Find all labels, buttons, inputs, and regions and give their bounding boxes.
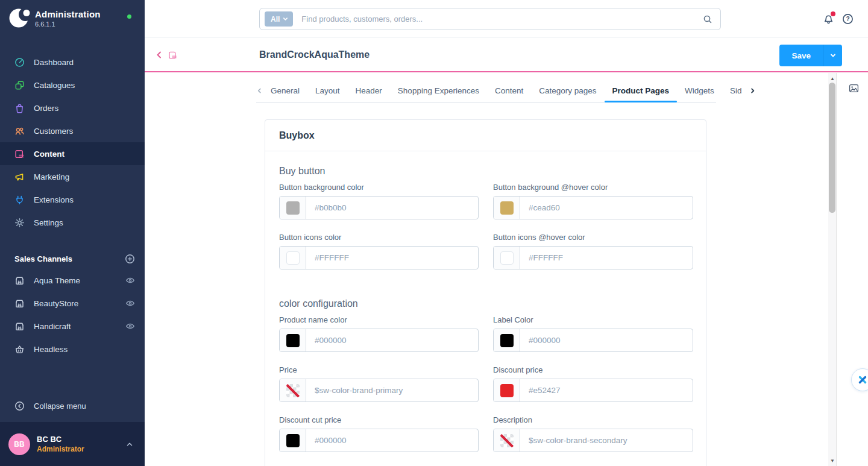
- settings-icon: [14, 218, 25, 228]
- sidebar-channel-handicraft[interactable]: Handicraft: [0, 315, 145, 338]
- save-options-button[interactable]: [823, 45, 842, 66]
- collapse-menu-button[interactable]: Collapse menu: [0, 394, 145, 417]
- eye-icon[interactable]: [125, 298, 135, 308]
- chevron-left-icon: [154, 50, 164, 60]
- color-swatch-button[interactable]: [494, 429, 520, 452]
- svg-text:?: ?: [846, 16, 849, 22]
- color-swatch-button[interactable]: [494, 379, 520, 401]
- chevron-right-icon: [749, 87, 756, 94]
- tab-general[interactable]: General: [263, 79, 307, 102]
- color-input-product-name-color[interactable]: #000000: [279, 329, 479, 352]
- sidebar: Administration 6.6.1.1 DashboardCatalogu…: [0, 0, 145, 466]
- color-input-button-icons-hover-color[interactable]: #FFFFFF: [493, 246, 693, 269]
- chevron-up-icon: [125, 440, 134, 449]
- sidebar-item-customers[interactable]: Customers: [0, 119, 145, 142]
- search-scope-dropdown[interactable]: All: [265, 11, 293, 27]
- color-swatch-button[interactable]: [494, 329, 520, 351]
- sidebar-item-label: Extensions: [34, 195, 74, 204]
- color-swatch-button[interactable]: [280, 379, 306, 401]
- color-swatch-button[interactable]: [280, 197, 306, 219]
- sidebar-item-catalogues[interactable]: Catalogues: [0, 74, 145, 96]
- back-button[interactable]: [154, 50, 164, 60]
- tab-product-pages[interactable]: Product Pages: [605, 79, 678, 102]
- field-discount-price: Discount price#e52427: [493, 365, 693, 402]
- tab-shopping-experiences[interactable]: Shopping Experiences: [390, 79, 487, 102]
- sidebar-item-marketing[interactable]: Marketing: [0, 165, 145, 188]
- sidebar-item-extensions[interactable]: Extensions: [0, 188, 145, 211]
- card-title: Buybox: [265, 120, 706, 151]
- sidebar-channel-beautystore[interactable]: BeautyStore: [0, 292, 145, 315]
- search-scope-label: All: [271, 15, 280, 24]
- chevron-left-icon: [256, 87, 263, 94]
- color-input-button-background-color[interactable]: #b0b0b0: [279, 196, 479, 219]
- field-label-color: Label Color#000000: [493, 315, 693, 352]
- page-title: BrandCrockAquaTheme: [259, 49, 370, 60]
- status-dot: [127, 14, 131, 19]
- color-input-description[interactable]: $sw-color-brand-secondary: [493, 429, 693, 452]
- scroll-down-arrow[interactable]: ▼: [828, 456, 837, 465]
- save-split-button: Save: [779, 45, 842, 66]
- tab-category-pages[interactable]: Category pages: [531, 79, 604, 102]
- assistant-x-icon: [857, 374, 868, 386]
- tab-widgets[interactable]: Widgets: [677, 79, 722, 102]
- color-input-discount-price[interactable]: #e52427: [493, 379, 693, 402]
- sidebar-channel-headless[interactable]: Headless: [0, 338, 145, 361]
- tab-header[interactable]: Header: [348, 79, 390, 102]
- color-input-label-color[interactable]: #000000: [493, 329, 693, 352]
- storefront-icon: [14, 298, 25, 309]
- sales-channels-header: Sales Channels: [0, 248, 145, 269]
- user-menu[interactable]: BB BC BC Administrator: [0, 422, 145, 466]
- color-input-button-background-hover-color[interactable]: #cead60: [493, 196, 693, 219]
- color-swatch-button[interactable]: [494, 247, 520, 269]
- color-swatch-button[interactable]: [280, 429, 306, 452]
- notification-badge: [831, 11, 835, 16]
- field-label: Label Color: [493, 315, 693, 324]
- color-input-button-icons-color[interactable]: #FFFFFF: [279, 246, 479, 269]
- tab-sid[interactable]: Sid: [722, 79, 750, 102]
- color-swatch-button[interactable]: [494, 197, 520, 219]
- chevron-down-icon: [283, 16, 288, 22]
- color-swatch-button[interactable]: [280, 247, 306, 269]
- topbar-icons: ?: [823, 13, 854, 25]
- global-search-input[interactable]: All Find products, customers, orders...: [259, 8, 721, 30]
- extensions-icon: [14, 195, 25, 205]
- color-swatch: [286, 334, 300, 347]
- field-button-icons-color: Button icons color#FFFFFF: [279, 233, 479, 269]
- color-input-price[interactable]: $sw-color-brand-primary: [279, 379, 479, 402]
- tabs-scroll-right-button[interactable]: [749, 79, 756, 102]
- sidebar-channel-aqua-theme[interactable]: Aqua Theme: [0, 269, 145, 292]
- sidebar-item-content[interactable]: Content: [0, 142, 145, 165]
- scrollbar-thumb[interactable]: [829, 83, 835, 213]
- card-body: Buy buttonButton background color#b0b0b0…: [265, 151, 706, 466]
- app-root: Administration 6.6.1.1 DashboardCatalogu…: [0, 0, 868, 466]
- field-button-background-color: Button background color#b0b0b0: [279, 183, 479, 219]
- color-swatch: [500, 434, 514, 447]
- sidebar-item-settings[interactable]: Settings: [0, 211, 145, 234]
- sales-channels-list: Aqua ThemeBeautyStoreHandicraftHeadless: [0, 269, 145, 361]
- section-buy-button: Buy buttonButton background color#b0b0b0…: [279, 166, 692, 269]
- eye-icon[interactable]: [125, 321, 135, 331]
- field-label: Discount cut price: [279, 415, 479, 424]
- tab-content[interactable]: Content: [487, 79, 531, 102]
- help-button[interactable]: ?: [842, 13, 854, 25]
- sidebar-item-orders[interactable]: Orders: [0, 96, 145, 119]
- field-product-name-color: Product name color#000000: [279, 315, 479, 352]
- sidebar-item-dashboard[interactable]: Dashboard: [0, 51, 145, 74]
- field-price: Price$sw-color-brand-primary: [279, 365, 479, 402]
- color-value: #FFFFFF: [520, 247, 563, 269]
- eye-icon[interactable]: [125, 276, 135, 285]
- field-label: Product name color: [279, 315, 479, 324]
- channel-label: Headless: [34, 345, 68, 354]
- image-icon[interactable]: [849, 83, 859, 93]
- color-input-discount-cut-price[interactable]: #000000: [279, 429, 479, 452]
- scroll-up-arrow[interactable]: ▲: [828, 74, 837, 83]
- field-label: Button icons @hover color: [493, 233, 693, 242]
- tab-layout[interactable]: Layout: [307, 79, 348, 102]
- tabs-scroll-left-button[interactable]: [256, 79, 263, 102]
- add-sales-channel-button[interactable]: [125, 254, 135, 264]
- notifications-button[interactable]: [823, 13, 834, 25]
- content-icon: [14, 149, 25, 159]
- color-swatch-button[interactable]: [280, 329, 306, 351]
- save-button[interactable]: Save: [779, 45, 823, 66]
- vertical-scrollbar[interactable]: ▲ ▼: [828, 73, 837, 466]
